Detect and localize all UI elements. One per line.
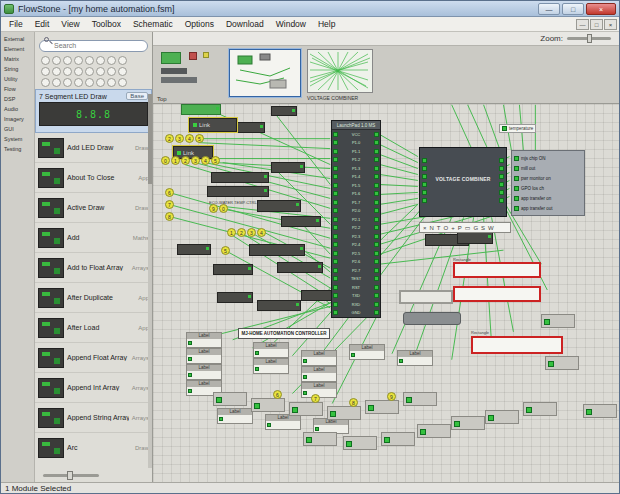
module-list-scrollbar[interactable] [148, 94, 152, 468]
pin-pad[interactable] [188, 357, 192, 361]
module-list-item[interactable]: After LoadApp [35, 313, 152, 343]
maximize-button[interactable]: □ [562, 3, 584, 15]
gray-module[interactable] [545, 356, 579, 370]
pin-pad[interactable] [333, 276, 338, 281]
filter-icon[interactable] [107, 78, 116, 87]
category-item[interactable]: Testing [1, 144, 34, 154]
module-list-item[interactable]: Add to Float ArrayArrays [35, 253, 152, 283]
pin-pad[interactable] [374, 217, 379, 222]
pin-pad[interactable] [333, 149, 338, 154]
pin-pad[interactable] [422, 190, 427, 195]
pin-pad[interactable] [267, 423, 271, 427]
nav-thumbnail-selected[interactable] [229, 49, 301, 97]
text-tool-icon[interactable]: T [437, 225, 441, 231]
add-icon[interactable]: + [451, 225, 455, 231]
module-list-item[interactable]: Append String ArrayArrays [35, 403, 152, 433]
category-item[interactable]: Imagery [1, 114, 34, 124]
connector-node[interactable]: 9 [387, 392, 396, 401]
connector-node[interactable]: 0 [161, 156, 170, 165]
label-module[interactable]: Label [253, 358, 289, 374]
pin-pad[interactable] [374, 251, 379, 256]
filter-icon[interactable] [118, 56, 127, 65]
mini-module[interactable] [277, 262, 323, 273]
connector-node[interactable]: 3 [247, 228, 256, 237]
label-module[interactable]: Label [265, 414, 301, 430]
edit-toolbar-icon[interactable]: G [473, 225, 478, 231]
pin-pad[interactable] [514, 156, 519, 161]
temperature-node[interactable]: temperature [499, 124, 536, 133]
link-module[interactable]: Link [189, 118, 237, 132]
slider-thumb[interactable] [67, 471, 73, 480]
mini-module[interactable] [249, 244, 305, 256]
zoom-slider-thumb[interactable] [587, 34, 592, 43]
io-row[interactable]: pwr monitor on [514, 173, 582, 183]
gray-module[interactable] [451, 416, 485, 430]
menu-toolbox[interactable]: Toolbox [86, 18, 127, 30]
pin-pad[interactable] [333, 166, 338, 171]
module-list-item[interactable]: AddMaths [35, 223, 152, 253]
connector-node[interactable]: 8 [165, 212, 174, 221]
menu-file[interactable]: File [3, 18, 29, 30]
edit-toolbar-icon[interactable]: O [444, 225, 449, 231]
pin-pad[interactable] [499, 190, 504, 195]
pin-pad[interactable] [374, 310, 379, 315]
pin-pad[interactable] [333, 157, 338, 162]
pin-pad[interactable] [303, 375, 307, 379]
mini-module[interactable] [177, 244, 211, 255]
gray-module[interactable] [251, 398, 285, 412]
module-list-item-selected[interactable]: 7 Segment LED Draw Base 8.8.8 [35, 89, 152, 133]
filter-icon[interactable] [63, 78, 72, 87]
module-list-item[interactable]: ArcDraw [35, 433, 152, 461]
module-list-item[interactable]: Append Int ArrayArrays [35, 373, 152, 403]
launchpad-chip-module[interactable]: LaunchPad 1.0 MS VCC P1.0 P1.1 P1.2 P1.3… [331, 120, 381, 318]
pin-pad[interactable] [514, 166, 519, 171]
pin-pad[interactable] [374, 200, 379, 205]
filter-icon[interactable] [74, 67, 83, 76]
gray-module[interactable] [213, 392, 247, 406]
label-module[interactable]: Label [301, 366, 337, 382]
connector-node[interactable]: 2 [165, 134, 174, 143]
rectangle-module-gray[interactable] [399, 290, 453, 304]
menu-schematic[interactable]: Schematic [127, 18, 179, 30]
pin-pad[interactable] [374, 242, 379, 247]
gray-module[interactable] [417, 424, 451, 438]
category-item[interactable]: String [1, 64, 34, 74]
pin-pad[interactable] [514, 176, 519, 181]
filter-icon[interactable] [96, 56, 105, 65]
pin-pad[interactable] [422, 174, 427, 179]
pin-pad[interactable] [188, 341, 192, 345]
mdi-restore-button[interactable]: □ [590, 19, 603, 30]
pin-pad[interactable] [374, 293, 379, 298]
gray-module[interactable] [403, 392, 437, 406]
connector-node[interactable]: 5 [211, 156, 220, 165]
filter-icon[interactable] [41, 78, 50, 87]
filter-icon[interactable] [52, 56, 61, 65]
connector-node[interactable]: 1 [171, 156, 180, 165]
pin-pad[interactable] [374, 302, 379, 307]
pin-pad[interactable] [333, 242, 338, 247]
gray-module[interactable] [327, 406, 361, 420]
pin-pad[interactable] [333, 183, 338, 188]
preview-size-slider[interactable] [43, 471, 113, 480]
combiner-io-panel[interactable]: mjs chip ON mill out pwr monitor on GPO … [511, 150, 585, 216]
filter-icon[interactable] [107, 56, 116, 65]
pin-pad[interactable] [351, 353, 355, 357]
filter-icon[interactable] [52, 67, 61, 76]
gray-module[interactable] [583, 404, 617, 418]
edit-toolbar-icon[interactable]: S [481, 225, 485, 231]
pin-pad[interactable] [333, 140, 338, 145]
pin-pad[interactable] [255, 367, 259, 371]
pin-pad[interactable] [303, 391, 307, 395]
gray-module[interactable] [365, 400, 399, 414]
schematic-canvas[interactable]: Link Link 2 3 4 5 0 1 2 3 4 5 6 7 8 [153, 104, 619, 482]
delete-icon[interactable]: × [423, 225, 427, 231]
pin-pad[interactable] [219, 417, 223, 421]
mdi-minimize-button[interactable]: — [576, 19, 589, 30]
pin-pad[interactable] [514, 206, 519, 211]
connector-node[interactable]: 4 [185, 134, 194, 143]
connector-node[interactable]: 7 [311, 394, 320, 403]
pin-pad[interactable] [374, 225, 379, 230]
pin-pad[interactable] [333, 132, 338, 137]
mini-module[interactable] [181, 104, 221, 115]
filter-icon[interactable] [74, 78, 83, 87]
